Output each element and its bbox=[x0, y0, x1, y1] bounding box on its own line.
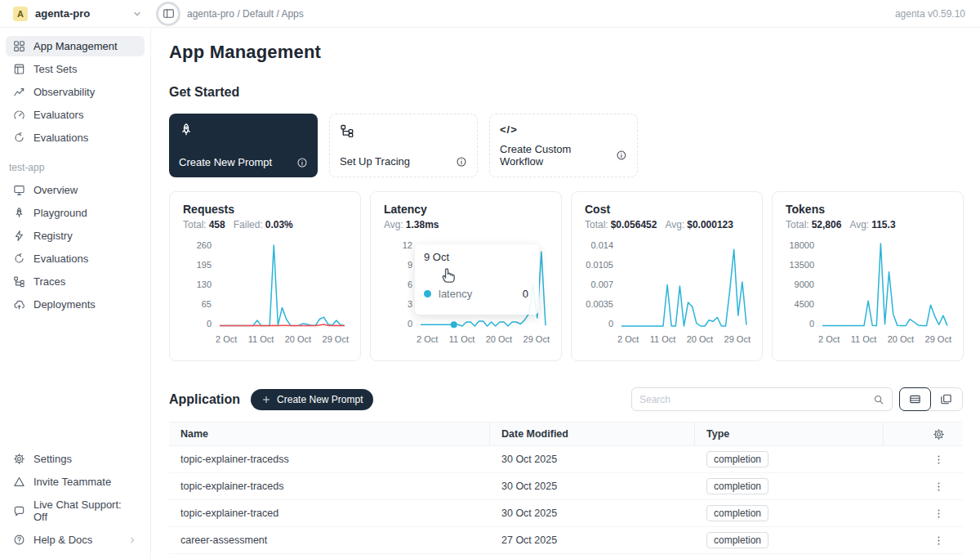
sidebar-item-test-sets[interactable]: Test Sets bbox=[6, 59, 145, 79]
chart-stats: Total:458Failed:0.03% bbox=[183, 219, 347, 230]
y-tick: 65 bbox=[202, 299, 212, 309]
test-sets-icon bbox=[13, 63, 25, 75]
sidebar-item-evaluations[interactable]: Evaluations bbox=[6, 127, 145, 148]
series-dot bbox=[424, 290, 431, 297]
gear-icon[interactable] bbox=[933, 428, 945, 440]
monitor-icon bbox=[13, 184, 25, 196]
chart-plot[interactable] bbox=[822, 240, 948, 329]
grid-icon bbox=[13, 40, 25, 52]
y-axis-labels: 1800013500900045000 bbox=[786, 240, 822, 329]
breadcrumb[interactable]: agenta-pro / Default / Apps bbox=[187, 8, 304, 20]
column-header-type[interactable]: Type bbox=[695, 423, 884, 445]
sidebar-group-label: test-app bbox=[9, 162, 141, 173]
more-actions-icon[interactable] bbox=[933, 508, 945, 520]
chart-stats: Total:$0.056452Avg:$0.000123 bbox=[585, 219, 749, 230]
sidebar-item-evaluations[interactable]: Evaluations bbox=[6, 248, 145, 269]
org-selector[interactable]: A agenta-pro bbox=[0, 7, 151, 21]
sidebar-item-deployments[interactable]: Deployments bbox=[6, 294, 145, 315]
sidebar-collapse-button[interactable] bbox=[156, 2, 180, 26]
chart-stat: Avg:115.3 bbox=[849, 219, 895, 230]
search-icon bbox=[873, 394, 884, 405]
org-name: agenta-pro bbox=[35, 7, 90, 20]
search-input[interactable] bbox=[639, 394, 873, 405]
chart-stat: Avg:$0.000123 bbox=[665, 219, 733, 230]
card-view-button[interactable] bbox=[930, 388, 962, 410]
table-row[interactable]: career-assessment27 Oct 2025completion bbox=[169, 527, 963, 554]
sidebar-item-evaluators[interactable]: Evaluators bbox=[6, 105, 145, 125]
y-tick: 130 bbox=[197, 280, 212, 289]
y-tick: 0.007 bbox=[590, 280, 613, 289]
sidebar-item-label: Help & Docs bbox=[33, 534, 92, 546]
table-row[interactable]: topic-explainer-traceds30 Oct 2025comple… bbox=[169, 473, 963, 500]
chart-body: 1800013500900045000 bbox=[786, 240, 950, 329]
topbar: A agenta-pro agenta-pro / Default / Apps… bbox=[0, 0, 980, 28]
get-started-card-set-up-tracing[interactable]: Set Up Tracing bbox=[329, 114, 478, 177]
get-started-card-create-new-prompt[interactable]: Create New Prompt bbox=[169, 114, 318, 177]
y-tick: 260 bbox=[197, 240, 212, 250]
chart-title: Cost bbox=[585, 203, 749, 216]
more-actions-icon[interactable] bbox=[933, 481, 945, 493]
code-icon: </> bbox=[500, 123, 627, 138]
more-actions-icon[interactable] bbox=[933, 534, 945, 547]
chart-plot[interactable] bbox=[621, 240, 747, 329]
tree-icon bbox=[340, 123, 354, 138]
sidebar-item-label: App Management bbox=[33, 40, 118, 52]
sidebar-item-traces[interactable]: Traces bbox=[6, 271, 145, 292]
tooltip-series-row: latency0 bbox=[424, 288, 530, 300]
more-actions-icon[interactable] bbox=[933, 454, 945, 466]
chart-body: 260195130650 bbox=[183, 240, 347, 329]
table-view-button[interactable] bbox=[899, 387, 931, 411]
sidebar-item-registry[interactable]: Registry bbox=[6, 226, 145, 246]
y-axis-labels: 260195130650 bbox=[183, 240, 219, 329]
sidebar-item-live-chat-support-off[interactable]: Live Chat Support: Off bbox=[6, 494, 145, 527]
refresh-circle-icon bbox=[13, 132, 25, 144]
info-circle-icon bbox=[616, 150, 627, 161]
sidebar-item-invite-teammate[interactable]: Invite Teammate bbox=[6, 472, 145, 492]
y-tick: 0.014 bbox=[590, 240, 613, 250]
sidebar-item-app-management[interactable]: App Management bbox=[6, 36, 145, 56]
app-version: agenta v0.59.10 bbox=[895, 8, 980, 20]
sidebar-item-label: Observability bbox=[33, 86, 95, 98]
get-started-card-create-custom-workflow[interactable]: </>Create Custom Workflow bbox=[489, 114, 638, 177]
x-tick: 29 Oct bbox=[323, 334, 349, 344]
sidebar-item-settings[interactable]: Settings bbox=[6, 449, 145, 469]
tooltip-series-label: latency bbox=[439, 288, 472, 300]
table-row[interactable]: topic-explainer-traced30 Oct 2025complet… bbox=[169, 500, 963, 527]
x-tick: 29 Oct bbox=[523, 334, 550, 344]
column-header-date-modified[interactable]: Date Modified bbox=[490, 423, 695, 445]
x-axis-labels: 2 Oct11 Oct20 Oct29 Oct bbox=[818, 334, 951, 344]
hand-pointer-cursor-icon bbox=[439, 266, 457, 284]
cell-date-modified: 27 Oct 2025 bbox=[490, 534, 695, 546]
tooltip-series-value: 0 bbox=[523, 288, 530, 300]
sidebar: App ManagementTest SetsObservabilityEval… bbox=[0, 28, 151, 559]
chart-stat: Total:458 bbox=[183, 219, 225, 230]
invite-triangle-icon bbox=[13, 476, 25, 488]
type-badge: completion bbox=[706, 478, 768, 494]
card-label: Create Custom Workflow bbox=[500, 143, 616, 168]
x-tick: 2 Oct bbox=[216, 334, 237, 344]
search-box[interactable] bbox=[631, 387, 893, 411]
sidebar-item-overview[interactable]: Overview bbox=[6, 180, 145, 200]
cell-type: completion bbox=[695, 451, 884, 467]
sidebar-item-help-docs[interactable]: Help & Docs bbox=[6, 530, 145, 550]
cell-type: completion bbox=[695, 478, 884, 494]
column-header-name[interactable]: Name bbox=[169, 423, 490, 445]
cell-name: topic-explainer-tracedss bbox=[169, 454, 490, 465]
chart-stat: Total:52,806 bbox=[786, 219, 841, 230]
create-new-prompt-button[interactable]: Create New Prompt bbox=[251, 389, 373, 410]
sidebar-item-label: Invite Teammate bbox=[33, 476, 111, 488]
x-tick: 2 Oct bbox=[818, 334, 840, 344]
sidebar-item-playground[interactable]: Playground bbox=[6, 203, 145, 223]
chart-stat: Avg:1.38ms bbox=[384, 219, 439, 230]
y-tick: 0 bbox=[408, 319, 412, 329]
chart-plot[interactable] bbox=[219, 240, 345, 329]
application-title: Application bbox=[169, 392, 240, 407]
x-tick: 11 Oct bbox=[449, 334, 475, 344]
card-label-row: Create Custom Workflow bbox=[500, 143, 627, 168]
sidebar-item-observability[interactable]: Observability bbox=[6, 82, 145, 102]
table-row[interactable]: topic-explainer-tracedss30 Oct 2025compl… bbox=[169, 446, 963, 473]
y-tick: 0 bbox=[608, 319, 613, 329]
view-toggle bbox=[899, 387, 963, 411]
y-tick: 3 bbox=[408, 299, 412, 309]
get-started-title: Get Started bbox=[169, 85, 963, 100]
